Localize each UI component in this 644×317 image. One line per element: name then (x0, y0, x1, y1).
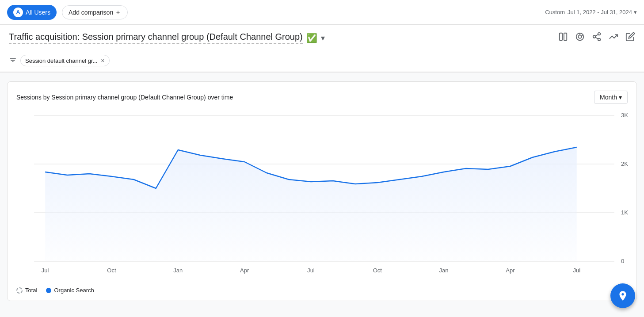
page-title: Traffic acquisition: Session primary cha… (9, 32, 303, 44)
filter-area: Session default channel gr... × (0, 51, 644, 73)
filter-icon (9, 56, 17, 65)
chevron-down-icon: ▾ (619, 94, 622, 101)
chart-legend: Total Organic Search (16, 283, 628, 295)
all-users-label: All Users (26, 9, 50, 16)
svg-point-3 (578, 35, 581, 38)
svg-point-6 (598, 33, 601, 35)
verified-icon: ✅ (306, 33, 317, 43)
trending-icon[interactable] (609, 32, 618, 44)
compare-icon[interactable] (558, 32, 568, 44)
svg-text:Apr: Apr (240, 267, 249, 274)
legend-total-label: Total (25, 287, 37, 294)
chart-container: Sessions by Session primary channel grou… (7, 81, 637, 301)
title-area: Traffic acquisition: Session primary cha… (0, 25, 644, 51)
svg-text:3K: 3K (621, 112, 628, 118)
title-actions (558, 32, 635, 44)
svg-rect-0 (560, 33, 562, 41)
add-comparison-label: Add comparison (69, 9, 113, 16)
svg-text:Apr: Apr (506, 267, 515, 274)
title-row: Traffic acquisition: Session primary cha… (9, 32, 635, 44)
legend-organic-label: Organic Search (54, 287, 94, 294)
legend-organic-search[interactable]: Organic Search (46, 287, 94, 294)
donut-icon[interactable] (575, 32, 585, 44)
svg-point-8 (598, 38, 601, 41)
svg-rect-1 (564, 33, 567, 41)
share-icon[interactable] (592, 32, 602, 44)
legend-total[interactable]: Total (16, 287, 37, 294)
chart-header: Sessions by Session primary channel grou… (16, 91, 628, 104)
date-range-selector[interactable]: Custom Jul 1, 2022 - Jul 31, 2024 ▾ (545, 9, 637, 15)
svg-text:1K: 1K (621, 209, 628, 216)
svg-text:2K: 2K (621, 160, 628, 167)
svg-text:Jul: Jul (307, 267, 315, 274)
custom-label: Custom (545, 9, 565, 15)
svg-text:Jan: Jan (173, 267, 183, 274)
legend-organic-icon (46, 288, 51, 293)
svg-text:Jul: Jul (42, 267, 49, 274)
all-users-button[interactable]: A All Users (7, 5, 57, 20)
chart-area: 3K 2K 1K 0 Jul Oct Jan Apr Jul Oct (16, 111, 628, 283)
plus-icon: ＋ (115, 8, 121, 16)
chevron-down-icon: ▾ (634, 9, 637, 15)
svg-text:Jan: Jan (439, 267, 449, 274)
month-select-label: Month (600, 94, 617, 101)
month-select[interactable]: Month ▾ (594, 91, 628, 104)
svg-text:Oct: Oct (373, 267, 382, 274)
legend-total-icon (16, 287, 23, 294)
title-dropdown-arrow[interactable]: ▾ (321, 33, 325, 43)
svg-text:Jul: Jul (573, 267, 580, 274)
top-bar-left: A All Users Add comparison ＋ (7, 5, 128, 20)
user-avatar: A (13, 8, 23, 17)
title-left: Traffic acquisition: Session primary cha… (9, 32, 325, 44)
top-bar: A All Users Add comparison ＋ Custom Jul … (0, 0, 644, 25)
filter-chip-label: Session default channel gr... (25, 57, 97, 64)
chart-title: Sessions by Session primary channel grou… (16, 94, 233, 101)
svg-point-7 (593, 35, 596, 38)
svg-text:Oct: Oct (107, 267, 116, 274)
svg-line-10 (595, 34, 598, 36)
fab-button[interactable] (610, 283, 635, 308)
line-chart-svg: 3K 2K 1K 0 Jul Oct Jan Apr Jul Oct (16, 111, 628, 283)
svg-text:0: 0 (621, 258, 624, 264)
add-comparison-button[interactable]: Add comparison ＋ (62, 5, 128, 19)
edit-icon[interactable] (625, 32, 635, 44)
filter-chip-close[interactable]: × (101, 57, 104, 64)
svg-line-9 (595, 37, 598, 39)
date-range-value: Jul 1, 2022 - Jul 31, 2024 (568, 9, 632, 15)
filter-chip[interactable]: Session default channel gr... × (20, 55, 110, 66)
